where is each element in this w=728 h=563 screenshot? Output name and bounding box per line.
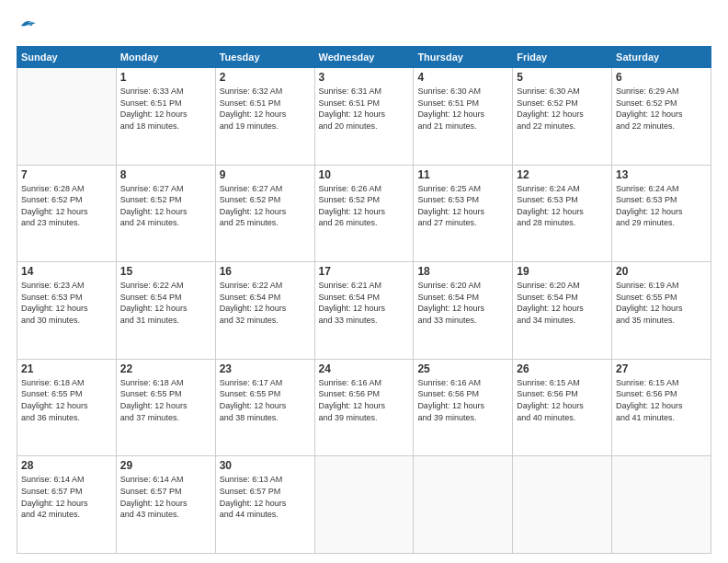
day-info: Sunrise: 6:30 AM Sunset: 6:52 PM Dayligh… (517, 86, 608, 132)
day-number: 20 (616, 265, 707, 278)
day-info: Sunrise: 6:17 AM Sunset: 6:55 PM Dayligh… (220, 377, 311, 423)
calendar-cell: 30Sunrise: 6:13 AM Sunset: 6:57 PM Dayli… (215, 456, 314, 554)
calendar-cell (314, 456, 414, 554)
day-number: 5 (517, 71, 608, 84)
day-number: 2 (220, 71, 311, 84)
day-info: Sunrise: 6:20 AM Sunset: 6:54 PM Dayligh… (517, 280, 608, 326)
day-number: 7 (21, 168, 112, 181)
calendar-cell: 29Sunrise: 6:14 AM Sunset: 6:57 PM Dayli… (116, 456, 215, 554)
weekday-header-tuesday: Tuesday (215, 47, 314, 68)
calendar-cell: 22Sunrise: 6:18 AM Sunset: 6:55 PM Dayli… (116, 359, 215, 456)
day-info: Sunrise: 6:26 AM Sunset: 6:52 PM Dayligh… (319, 183, 410, 229)
calendar-cell: 14Sunrise: 6:23 AM Sunset: 6:53 PM Dayli… (17, 262, 117, 360)
day-number: 13 (616, 168, 707, 181)
week-row-3: 21Sunrise: 6:18 AM Sunset: 6:55 PM Dayli… (17, 359, 711, 456)
calendar-cell: 9Sunrise: 6:27 AM Sunset: 6:52 PM Daylig… (215, 165, 314, 262)
logo-bird-icon (18, 17, 39, 37)
calendar-cell: 4Sunrise: 6:30 AM Sunset: 6:51 PM Daylig… (414, 68, 513, 166)
day-number: 19 (517, 265, 608, 278)
day-info: Sunrise: 6:20 AM Sunset: 6:54 PM Dayligh… (417, 280, 508, 326)
day-number: 10 (319, 168, 410, 181)
day-info: Sunrise: 6:23 AM Sunset: 6:53 PM Dayligh… (21, 280, 112, 326)
week-row-4: 28Sunrise: 6:14 AM Sunset: 6:57 PM Dayli… (17, 456, 711, 554)
day-number: 3 (319, 71, 410, 84)
day-info: Sunrise: 6:14 AM Sunset: 6:57 PM Dayligh… (21, 474, 112, 520)
day-number: 17 (319, 265, 410, 278)
day-number: 25 (417, 362, 508, 375)
day-number: 1 (120, 71, 211, 84)
weekday-header-monday: Monday (116, 47, 215, 68)
day-info: Sunrise: 6:32 AM Sunset: 6:51 PM Dayligh… (220, 86, 311, 132)
calendar-cell: 18Sunrise: 6:20 AM Sunset: 6:54 PM Dayli… (414, 262, 513, 360)
day-number: 30 (220, 459, 311, 472)
day-info: Sunrise: 6:18 AM Sunset: 6:55 PM Dayligh… (21, 377, 112, 423)
day-number: 24 (319, 362, 410, 375)
calendar-cell: 27Sunrise: 6:15 AM Sunset: 6:56 PM Dayli… (612, 359, 711, 456)
calendar-cell (414, 456, 513, 554)
day-number: 14 (21, 265, 112, 278)
day-number: 6 (616, 71, 707, 84)
logo (17, 17, 39, 37)
calendar-cell: 13Sunrise: 6:24 AM Sunset: 6:53 PM Dayli… (612, 165, 711, 262)
day-info: Sunrise: 6:16 AM Sunset: 6:56 PM Dayligh… (417, 377, 508, 423)
calendar-cell: 5Sunrise: 6:30 AM Sunset: 6:52 PM Daylig… (513, 68, 612, 166)
calendar-cell: 17Sunrise: 6:21 AM Sunset: 6:54 PM Dayli… (314, 262, 414, 360)
week-row-1: 7Sunrise: 6:28 AM Sunset: 6:52 PM Daylig… (17, 165, 711, 262)
day-info: Sunrise: 6:30 AM Sunset: 6:51 PM Dayligh… (417, 86, 508, 132)
week-row-0: 1Sunrise: 6:33 AM Sunset: 6:51 PM Daylig… (17, 68, 711, 166)
calendar-cell: 15Sunrise: 6:22 AM Sunset: 6:54 PM Dayli… (116, 262, 215, 360)
day-number: 27 (616, 362, 707, 375)
header (17, 17, 711, 37)
calendar-cell: 24Sunrise: 6:16 AM Sunset: 6:56 PM Dayli… (314, 359, 414, 456)
day-number: 26 (517, 362, 608, 375)
day-info: Sunrise: 6:15 AM Sunset: 6:56 PM Dayligh… (616, 377, 707, 423)
calendar-cell: 2Sunrise: 6:32 AM Sunset: 6:51 PM Daylig… (215, 68, 314, 166)
day-info: Sunrise: 6:22 AM Sunset: 6:54 PM Dayligh… (120, 280, 211, 326)
day-info: Sunrise: 6:18 AM Sunset: 6:55 PM Dayligh… (120, 377, 211, 423)
day-info: Sunrise: 6:29 AM Sunset: 6:52 PM Dayligh… (616, 86, 707, 132)
day-info: Sunrise: 6:22 AM Sunset: 6:54 PM Dayligh… (220, 280, 311, 326)
day-info: Sunrise: 6:27 AM Sunset: 6:52 PM Dayligh… (220, 183, 311, 229)
weekday-header-wednesday: Wednesday (314, 47, 414, 68)
day-info: Sunrise: 6:28 AM Sunset: 6:52 PM Dayligh… (21, 183, 112, 229)
calendar-cell: 3Sunrise: 6:31 AM Sunset: 6:51 PM Daylig… (314, 68, 414, 166)
day-info: Sunrise: 6:25 AM Sunset: 6:53 PM Dayligh… (417, 183, 508, 229)
weekday-header-saturday: Saturday (612, 47, 711, 68)
day-number: 9 (220, 168, 311, 181)
day-number: 23 (220, 362, 311, 375)
day-number: 8 (120, 168, 211, 181)
day-number: 16 (220, 265, 311, 278)
calendar-cell: 7Sunrise: 6:28 AM Sunset: 6:52 PM Daylig… (17, 165, 117, 262)
day-info: Sunrise: 6:13 AM Sunset: 6:57 PM Dayligh… (220, 474, 311, 520)
day-number: 4 (417, 71, 508, 84)
day-number: 21 (21, 362, 112, 375)
day-number: 29 (120, 459, 211, 472)
calendar-cell: 8Sunrise: 6:27 AM Sunset: 6:52 PM Daylig… (116, 165, 215, 262)
weekday-header-sunday: Sunday (17, 47, 117, 68)
day-info: Sunrise: 6:14 AM Sunset: 6:57 PM Dayligh… (120, 474, 211, 520)
day-number: 28 (21, 459, 112, 472)
calendar-cell: 19Sunrise: 6:20 AM Sunset: 6:54 PM Dayli… (513, 262, 612, 360)
calendar-cell: 21Sunrise: 6:18 AM Sunset: 6:55 PM Dayli… (17, 359, 117, 456)
day-info: Sunrise: 6:24 AM Sunset: 6:53 PM Dayligh… (616, 183, 707, 229)
day-info: Sunrise: 6:16 AM Sunset: 6:56 PM Dayligh… (319, 377, 410, 423)
day-info: Sunrise: 6:27 AM Sunset: 6:52 PM Dayligh… (120, 183, 211, 229)
page: SundayMondayTuesdayWednesdayThursdayFrid… (0, 0, 728, 563)
weekday-header-thursday: Thursday (414, 47, 513, 68)
calendar-cell (513, 456, 612, 554)
day-info: Sunrise: 6:24 AM Sunset: 6:53 PM Dayligh… (517, 183, 608, 229)
day-number: 15 (120, 265, 211, 278)
calendar-cell: 1Sunrise: 6:33 AM Sunset: 6:51 PM Daylig… (116, 68, 215, 166)
day-info: Sunrise: 6:19 AM Sunset: 6:55 PM Dayligh… (616, 280, 707, 326)
day-number: 22 (120, 362, 211, 375)
week-row-2: 14Sunrise: 6:23 AM Sunset: 6:53 PM Dayli… (17, 262, 711, 360)
weekday-header-row: SundayMondayTuesdayWednesdayThursdayFrid… (17, 47, 711, 68)
calendar-cell: 16Sunrise: 6:22 AM Sunset: 6:54 PM Dayli… (215, 262, 314, 360)
calendar-cell: 23Sunrise: 6:17 AM Sunset: 6:55 PM Dayli… (215, 359, 314, 456)
day-number: 12 (517, 168, 608, 181)
calendar-cell: 28Sunrise: 6:14 AM Sunset: 6:57 PM Dayli… (17, 456, 117, 554)
calendar-cell: 6Sunrise: 6:29 AM Sunset: 6:52 PM Daylig… (612, 68, 711, 166)
calendar-cell: 11Sunrise: 6:25 AM Sunset: 6:53 PM Dayli… (414, 165, 513, 262)
weekday-header-friday: Friday (513, 47, 612, 68)
day-info: Sunrise: 6:33 AM Sunset: 6:51 PM Dayligh… (120, 86, 211, 132)
